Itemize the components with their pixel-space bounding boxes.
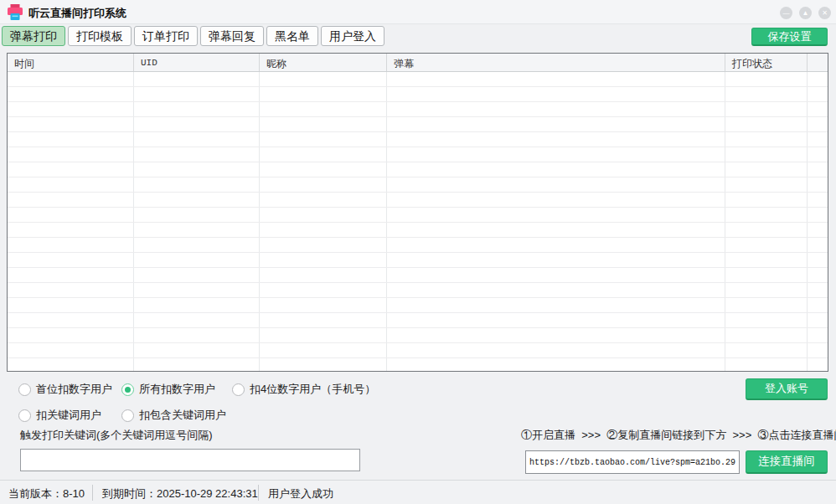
radio-label: 扣4位数字用户（手机号） bbox=[250, 382, 375, 397]
table-row bbox=[8, 208, 828, 223]
login-account-button[interactable]: 登入账号 bbox=[746, 378, 828, 400]
table-cell bbox=[134, 313, 260, 327]
table-cell bbox=[260, 193, 387, 207]
radio-label: 所有扣数字用户 bbox=[139, 382, 215, 397]
table-cell bbox=[725, 268, 808, 282]
tab-order-print[interactable]: 订单打印 bbox=[134, 26, 198, 46]
table-row bbox=[8, 132, 828, 147]
app-window: 听云直播间打印系统 — ▲ ✕ 弹幕打印 打印模板 订单打印 弹幕回复 黑名单 … bbox=[0, 0, 836, 504]
table-cell bbox=[808, 177, 828, 192]
radio-first-digit-user[interactable]: 首位扣数字用户 bbox=[18, 383, 112, 396]
tab-user-login[interactable]: 用户登入 bbox=[321, 26, 384, 46]
table-cell bbox=[8, 283, 134, 297]
window-title: 听云直播间打印系统 bbox=[28, 6, 126, 21]
table-cell bbox=[8, 102, 134, 116]
connect-live-room-button[interactable]: 连接直播间 bbox=[746, 450, 828, 474]
table-cell bbox=[725, 117, 808, 131]
table-cell bbox=[260, 358, 387, 372]
column-header-uid: UID bbox=[134, 54, 260, 71]
table-cell bbox=[134, 208, 260, 222]
table-cell bbox=[134, 102, 260, 116]
table-cell bbox=[725, 283, 808, 297]
trigger-keyword-label: 触发打印关键词(多个关键词用逗号间隔) bbox=[20, 428, 213, 443]
table-cell bbox=[387, 132, 725, 147]
table-cell bbox=[8, 208, 134, 222]
radio-keyword-user[interactable]: 扣关键词用户 bbox=[18, 409, 101, 422]
table-cell bbox=[134, 328, 260, 342]
table-cell bbox=[808, 358, 828, 372]
table-cell bbox=[8, 253, 134, 267]
column-header-nickname: 昵称 bbox=[260, 54, 387, 71]
radio-selected-icon bbox=[121, 383, 134, 396]
trigger-keyword-input[interactable] bbox=[20, 449, 360, 471]
table-cell bbox=[260, 328, 387, 342]
live-room-url-input[interactable] bbox=[525, 450, 740, 474]
table-row bbox=[8, 223, 828, 238]
table-row bbox=[8, 193, 828, 208]
table-cell bbox=[260, 208, 387, 222]
table-row bbox=[8, 343, 828, 358]
printer-app-icon bbox=[8, 4, 23, 21]
table-cell bbox=[725, 147, 808, 162]
radio-label: 首位扣数字用户 bbox=[36, 382, 112, 397]
table-cell bbox=[8, 193, 134, 207]
minimize-icon[interactable]: — bbox=[780, 7, 792, 19]
table-cell bbox=[387, 328, 725, 342]
table-cell bbox=[387, 313, 725, 327]
radio-label: 扣关键词用户 bbox=[36, 408, 101, 423]
table-cell bbox=[725, 87, 808, 101]
column-header-filler bbox=[808, 54, 828, 71]
maximize-icon[interactable]: ▲ bbox=[799, 7, 812, 19]
table-row bbox=[8, 238, 828, 253]
table-cell bbox=[8, 117, 134, 131]
tab-print-template[interactable]: 打印模板 bbox=[68, 26, 132, 46]
table-cell bbox=[725, 343, 808, 357]
expiry-status: 到期时间：2025-10-29 22:43:31 bbox=[102, 486, 258, 501]
radio-contains-keyword-user[interactable]: 扣包含关键词用户 bbox=[121, 409, 226, 422]
table-cell bbox=[725, 102, 808, 116]
table-cell bbox=[725, 193, 808, 207]
table-cell bbox=[808, 223, 828, 237]
table-cell bbox=[8, 177, 134, 192]
radio-4digit-phone-user[interactable]: 扣4位数字用户（手机号） bbox=[232, 383, 375, 396]
table-cell bbox=[260, 177, 387, 192]
table-cell bbox=[725, 223, 808, 237]
table-cell bbox=[387, 87, 725, 101]
table-cell bbox=[8, 238, 134, 252]
tab-danmu-reply[interactable]: 弹幕回复 bbox=[200, 26, 264, 46]
tab-blacklist[interactable]: 黑名单 bbox=[266, 26, 318, 46]
tab-danmu-print[interactable]: 弹幕打印 bbox=[2, 26, 65, 46]
login-status-text: 用户登入成功 bbox=[268, 486, 333, 501]
danmu-table: 时间 UID 昵称 弹幕 打印状态 bbox=[7, 53, 828, 372]
column-header-print-status: 打印状态 bbox=[725, 54, 808, 71]
table-cell bbox=[387, 298, 725, 312]
table-cell bbox=[260, 132, 387, 147]
table-cell bbox=[387, 193, 725, 207]
table-cell bbox=[260, 102, 387, 116]
table-cell bbox=[8, 313, 134, 327]
column-header-danmu: 弹幕 bbox=[387, 54, 725, 71]
table-cell bbox=[260, 343, 387, 357]
table-cell bbox=[8, 87, 134, 101]
save-settings-button[interactable]: 保存设置 bbox=[751, 28, 828, 46]
table-cell bbox=[8, 162, 134, 177]
table-cell bbox=[808, 298, 828, 312]
table-cell bbox=[387, 253, 725, 267]
table-cell bbox=[808, 313, 828, 327]
table-cell bbox=[260, 162, 387, 177]
table-cell bbox=[134, 72, 260, 86]
table-cell bbox=[387, 102, 725, 116]
table-cell bbox=[260, 253, 387, 267]
table-cell bbox=[808, 238, 828, 252]
table-cell bbox=[260, 147, 387, 162]
table-cell bbox=[134, 223, 260, 237]
table-cell bbox=[808, 193, 828, 207]
table-cell bbox=[260, 238, 387, 252]
radio-all-digit-user[interactable]: 所有扣数字用户 bbox=[121, 383, 215, 396]
connect-instructions: ①开启直播 >>> ②复制直播间链接到下方 >>> ③点击连接直播间 bbox=[521, 428, 836, 443]
table-row bbox=[8, 87, 828, 102]
table-cell bbox=[387, 147, 725, 162]
table-cell bbox=[8, 358, 134, 372]
table-cell bbox=[808, 343, 828, 357]
close-icon[interactable]: ✕ bbox=[818, 7, 831, 19]
